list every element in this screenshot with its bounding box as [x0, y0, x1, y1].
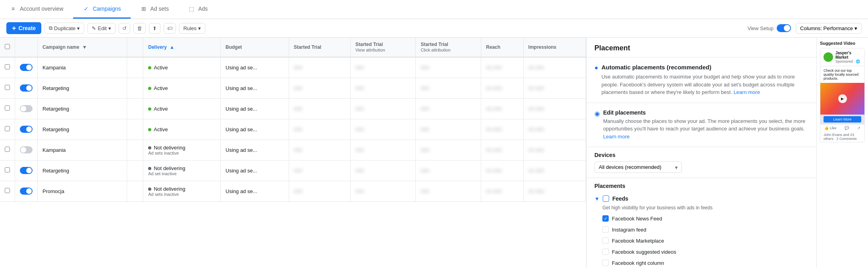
row-trial-click: 000 — [416, 160, 481, 181]
row-toggle-cell[interactable] — [15, 98, 38, 119]
campaign-toggle[interactable] — [20, 105, 33, 112]
row-toggle-cell[interactable] — [15, 119, 38, 140]
row-checkbox[interactable] — [5, 105, 10, 111]
status-dot-active — [148, 87, 151, 90]
view-setup-label: View Setup — [748, 25, 774, 31]
header-delivery[interactable]: Delivery ▲ — [143, 38, 221, 57]
placement-item[interactable]: Facebook right column — [594, 257, 808, 268]
duplicate-button[interactable]: ⧉ Duplicate ▾ — [44, 23, 84, 34]
devices-select[interactable]: All devices (recommended) — [594, 161, 682, 173]
reach-blurred: 00,000 — [486, 188, 502, 194]
row-checkbox[interactable] — [5, 126, 10, 131]
columns-button[interactable]: Columns: Performance ▾ — [796, 23, 862, 34]
radio-auto-icon[interactable]: ● — [594, 64, 598, 71]
preview-share-action[interactable]: ↗ — [857, 126, 860, 130]
campaign-toggle[interactable] — [20, 126, 33, 133]
campaigns-table: Campaign name ▼ Delivery ▲ Budget Start — [0, 38, 586, 202]
row-checkbox[interactable] — [5, 64, 10, 69]
header-select-all[interactable] — [0, 38, 15, 57]
refresh-button[interactable]: ↺ — [119, 23, 130, 34]
tab-ad-sets[interactable]: ⊞ Ad sets — [131, 0, 179, 19]
plus-icon: + — [12, 25, 16, 32]
select-all-checkbox[interactable] — [5, 44, 10, 49]
tag-button[interactable]: 🏷 — [164, 23, 176, 34]
row-budget: Using ad se... — [221, 181, 289, 201]
row-checkbox-cell[interactable] — [0, 181, 15, 201]
row-toggle-cell[interactable] — [15, 181, 38, 201]
campaign-toggle[interactable] — [20, 167, 33, 174]
tab-account-overview[interactable]: ≡ Account overview — [0, 0, 73, 19]
row-trial-click: 000 — [416, 57, 481, 78]
row-impressions: 00,000 — [523, 119, 586, 140]
create-button[interactable]: + Create — [6, 22, 41, 34]
edit-placements-section: ◉ Edit placements Manually choose the pl… — [586, 103, 816, 147]
placement-item[interactable]: Facebook suggested videos — [594, 246, 808, 257]
rules-button[interactable]: Rules ▾ — [179, 23, 205, 34]
placement-item[interactable]: Facebook News Feed — [594, 213, 808, 224]
campaign-toggle[interactable] — [20, 64, 33, 71]
account-overview-icon: ≡ — [10, 5, 17, 12]
row-toggle-cell[interactable] — [15, 78, 38, 98]
table-header-row: Campaign name ▼ Delivery ▲ Budget Start — [0, 38, 586, 57]
campaign-name-text: Retargeting — [42, 126, 69, 132]
campaign-toggle[interactable] — [20, 146, 33, 153]
row-checkbox-cell[interactable] — [0, 160, 15, 181]
row-reach: 00,000 — [481, 160, 523, 181]
row-checkbox[interactable] — [5, 85, 10, 90]
feeds-group-checkbox[interactable] — [603, 195, 609, 202]
row-checkbox-cell[interactable] — [0, 78, 15, 98]
campaign-toggle[interactable] — [20, 84, 33, 92]
row-trial: 000 — [289, 160, 350, 181]
placement-item[interactable]: Facebook Marketplace — [594, 235, 808, 246]
learn-more-edit-link[interactable]: Learn more — [603, 134, 629, 140]
row-checkbox-cell[interactable] — [0, 98, 15, 119]
campaign-name-text: Retargeting — [42, 168, 69, 174]
preview-cta[interactable]: Learn More — [824, 116, 861, 123]
preview-suggested-label: Suggested Video — [820, 41, 865, 46]
tab-campaigns[interactable]: ✓ Campaigns — [73, 0, 131, 19]
row-toggle-cell[interactable] — [15, 160, 38, 181]
tab-ads[interactable]: ⬚ Ads — [178, 0, 217, 19]
row-checkbox-cell[interactable] — [0, 57, 15, 78]
row-checkbox[interactable] — [5, 147, 10, 152]
placement-checkbox[interactable] — [602, 226, 609, 233]
placement-checkbox[interactable] — [602, 215, 609, 222]
row-toggle-cell[interactable] — [15, 140, 38, 160]
play-icon[interactable]: ▶ — [838, 94, 847, 103]
row-trial-click: 000 — [416, 78, 481, 98]
filter-icon[interactable]: ▼ — [82, 44, 87, 50]
preview-like-action[interactable]: 👍 Like — [824, 126, 836, 130]
row-reach: 00,000 — [481, 57, 523, 78]
view-setup-toggle[interactable] — [777, 24, 791, 32]
row-warn — [127, 98, 143, 119]
row-toggle-cell[interactable] — [15, 57, 38, 78]
placement-checkbox[interactable] — [602, 260, 609, 266]
row-checkbox-cell[interactable] — [0, 119, 15, 140]
row-checkbox[interactable] — [5, 188, 10, 193]
campaign-toggle[interactable] — [20, 188, 33, 195]
row-trial-view: 000 — [350, 140, 415, 160]
placement-checkbox[interactable] — [602, 249, 609, 255]
status-dot-active — [148, 66, 151, 69]
header-budget: Budget — [221, 38, 289, 57]
preview-comment-action[interactable]: 💬 — [845, 126, 849, 130]
edit-button[interactable]: ✎ Edit ▾ — [87, 23, 115, 34]
feeds-group: ▼ Feeds Get high visibility for your bus… — [594, 192, 808, 268]
campaign-name-label: Campaign name — [42, 44, 79, 50]
row-checkbox[interactable] — [5, 167, 10, 172]
export-button[interactable]: ⬆ — [149, 23, 160, 34]
learn-more-auto-link[interactable]: Learn more — [733, 89, 760, 95]
feeds-group-header[interactable]: ▼ Feeds — [594, 192, 808, 205]
row-reach: 00,000 — [481, 181, 523, 201]
delete-button[interactable]: 🗑 — [133, 23, 146, 34]
top-navigation: ≡ Account overview ✓ Campaigns ⊞ Ad sets… — [0, 0, 868, 19]
radio-edit-icon[interactable]: ◉ — [594, 110, 600, 117]
placement-item[interactable]: Instagram feed — [594, 224, 808, 235]
row-trial-view: 000 — [350, 160, 415, 181]
edit-chevron: ▾ — [108, 25, 111, 31]
tab-campaigns-label: Campaigns — [93, 6, 121, 12]
row-checkbox-cell[interactable] — [0, 140, 15, 160]
row-campaign-name: Promocja — [38, 181, 127, 201]
budget-text: Using ad se... — [226, 126, 257, 132]
placement-checkbox[interactable] — [602, 237, 609, 244]
